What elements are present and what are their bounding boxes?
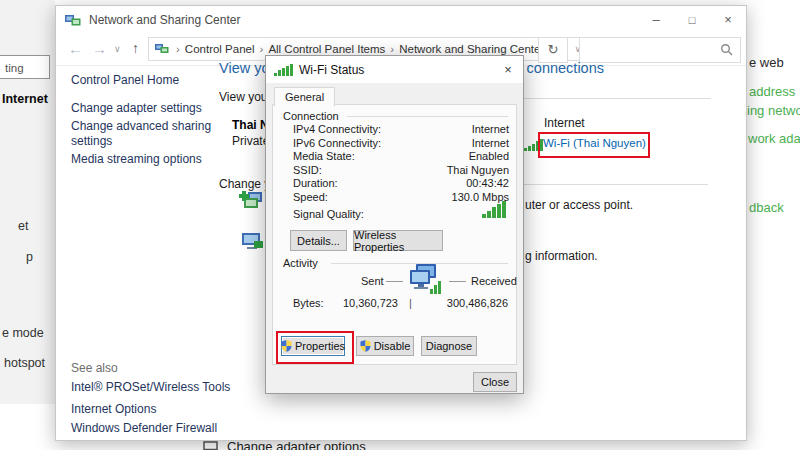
bg-link-fragment-address[interactable]: address	[749, 84, 795, 99]
ssid-value: Thai Nguyen	[447, 164, 509, 176]
connection-group-label: Connection	[283, 110, 339, 122]
duration-label: Duration:	[293, 177, 338, 189]
media-state-label: Media State:	[293, 150, 355, 162]
breadcrumb-item-all-items[interactable]: All Control Panel Items	[268, 43, 385, 55]
breadcrumb-separator: ›	[260, 43, 264, 55]
breadcrumb-item-control-panel[interactable]: Control Panel	[185, 43, 255, 55]
search-icon	[720, 43, 733, 59]
bg-link-fragment-network[interactable]: ing network	[747, 103, 800, 118]
diagnose-button[interactable]: Diagnose	[421, 336, 477, 356]
troubleshoot-text-fragment: g information.	[525, 249, 598, 263]
bytes-separator: |	[409, 297, 412, 309]
disable-button-label: Disable	[374, 340, 411, 352]
uac-shield-icon	[360, 340, 371, 352]
access-type-value: Internet	[544, 116, 585, 130]
dialog-titlebar: Wi-Fi Status ×	[266, 56, 523, 83]
settings-item-ethernet-fragment[interactable]: et	[18, 219, 28, 233]
recent-pages-dropdown-icon[interactable]: ∨	[114, 44, 121, 54]
settings-item-mobile-hotspot-fragment[interactable]: hotspot	[4, 356, 45, 370]
group-rule	[347, 116, 508, 117]
dialog-tab-page: Connection IPv4 Connectivity:Internet IP…	[272, 104, 517, 365]
sent-bytes-value: 10,360,723	[333, 297, 398, 309]
sidebar-item-internet-options[interactable]: Internet Options	[71, 402, 156, 416]
screen: ting Internet et p e mode hotspot e web …	[0, 0, 800, 450]
highlight-box-wifi-link	[538, 132, 650, 158]
window-title: Network and Sharing Center	[89, 13, 240, 27]
bg-text-fragment-web: e web	[749, 55, 784, 70]
adapter-options-icon	[203, 441, 218, 450]
dialog-title: Wi-Fi Status	[299, 63, 364, 77]
sent-label: Sent	[361, 275, 384, 287]
ipv6-value: Internet	[472, 137, 509, 149]
up-icon[interactable]: ↑	[132, 40, 139, 56]
ipv4-label: IPv4 Connectivity:	[293, 123, 381, 135]
received-label: Received	[471, 275, 517, 287]
back-icon[interactable]: ←	[68, 40, 83, 57]
forward-icon[interactable]: →	[92, 40, 107, 57]
maximize-button[interactable]: □	[674, 6, 710, 34]
sidebar-item-windows-defender-firewall[interactable]: Windows Defender Firewall	[71, 421, 217, 435]
bg-link-fragment-adapter[interactable]: work adapte	[748, 131, 800, 146]
activity-group-label: Activity	[283, 257, 318, 269]
ssid-label: SSID:	[293, 164, 322, 176]
window-titlebar: Network and Sharing Center – □ ×	[56, 6, 746, 34]
sidebar-item-change-adapter-settings[interactable]: Change adapter settings	[71, 101, 202, 115]
network-sharing-center-icon	[65, 14, 81, 27]
disable-button[interactable]: Disable	[356, 336, 414, 356]
dialog-close-button[interactable]: Close	[473, 372, 517, 392]
sidebar-item-change-advanced-sharing[interactable]: Change advanced sharing settings	[71, 119, 231, 149]
settings-search-input-fragment[interactable]: ting	[0, 55, 50, 79]
sent-dash	[386, 281, 403, 282]
setup-connection-icon[interactable]	[239, 190, 265, 215]
received-dash	[449, 281, 466, 282]
speed-label: Speed:	[293, 191, 328, 203]
received-bytes-value: 300,486,826	[428, 297, 508, 309]
sidebar-item-media-streaming[interactable]: Media streaming options	[71, 152, 202, 166]
wifi-signal-icon	[274, 64, 293, 76]
settings-item-dialup-fragment[interactable]: p	[26, 250, 33, 264]
settings-header-fragment: Internet	[2, 92, 48, 106]
duration-value: 00:43:42	[466, 177, 509, 189]
settings-item-airplane-mode-fragment[interactable]: e mode	[2, 326, 44, 340]
bg-link-fragment-feedback[interactable]: dback	[749, 200, 784, 215]
breadcrumb-item-network-sharing[interactable]: Network and Sharing Center	[399, 43, 544, 55]
breadcrumb-app-icon	[155, 43, 169, 55]
troubleshoot-icon[interactable]	[240, 232, 264, 255]
ipv4-value: Internet	[472, 123, 509, 135]
sidebar-item-control-panel-home[interactable]: Control Panel Home	[71, 73, 179, 87]
details-button[interactable]: Details...	[290, 230, 347, 251]
wifi-status-dialog: Wi-Fi Status × General Connection IPv4 C…	[265, 55, 524, 394]
computer-activity-icon	[406, 263, 444, 298]
sidebar-item-intel-proset[interactable]: Intel® PROSet/Wireless Tools	[71, 380, 230, 394]
ipv6-label: IPv6 Connectivity:	[293, 137, 381, 149]
dialog-close-icon[interactable]: ×	[493, 56, 523, 83]
tab-general[interactable]: General	[274, 87, 335, 107]
wireless-properties-button[interactable]: Wireless Properties	[353, 230, 443, 251]
signal-quality-bars-icon	[482, 201, 506, 218]
bytes-label: Bytes:	[293, 297, 324, 309]
media-state-value: Enabled	[469, 150, 509, 162]
breadcrumb-separator: ›	[176, 43, 180, 55]
close-button[interactable]: ×	[710, 6, 746, 34]
signal-quality-label: Signal Quality:	[293, 208, 364, 220]
breadcrumb-separator: ›	[390, 43, 394, 55]
see-also-label: See also	[71, 361, 118, 375]
highlight-box-properties	[276, 331, 354, 364]
minimize-button[interactable]: –	[638, 6, 674, 34]
setup-text-fragment: uter or access point.	[525, 198, 633, 212]
